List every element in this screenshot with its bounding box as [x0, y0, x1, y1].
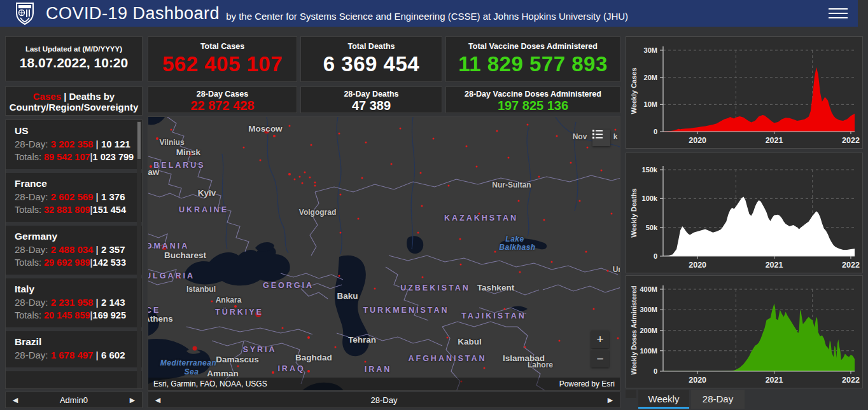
- svg-text:2021: 2021: [766, 136, 783, 145]
- admin-bar-label: Admin0: [25, 395, 123, 405]
- map-bar-prev-icon[interactable]: ◀: [148, 396, 167, 404]
- menu-icon[interactable]: [829, 5, 848, 22]
- page-title: COVID-19 Dashboard: [46, 4, 220, 24]
- country-28day-line: 28-Day: 3 202 358 | 10 121: [15, 138, 134, 151]
- list-item[interactable]: France28-Day: 2 602 569 | 1 376Totals: 3…: [6, 173, 142, 226]
- country-totals-line: Totals: 32 881 809|151 454: [15, 203, 134, 216]
- svg-text:20M: 20M: [644, 74, 657, 81]
- svg-text:2022: 2022: [842, 136, 860, 145]
- country-total-deaths: 151 454: [93, 205, 126, 215]
- country-list-header: Cases | Deaths by Country/Region/Soverei…: [5, 86, 143, 116]
- scrollbar-thumb[interactable]: [137, 122, 141, 159]
- list-scrollbar[interactable]: [137, 121, 141, 389]
- list-item[interactable]: Germany28-Day: 2 488 034 | 2 357Totals: …: [6, 226, 142, 278]
- country-28day-cases: 2 488 034: [51, 244, 94, 255]
- svg-text:Weekly Deaths: Weekly Deaths: [630, 188, 638, 237]
- legend-icon[interactable]: [592, 130, 610, 146]
- admin-next-icon[interactable]: ▶: [123, 396, 142, 404]
- country-28day-line: 28-Day: 2 602 569 | 1 376: [15, 191, 134, 203]
- country-totals-line: Totals: 29 692 989|142 533: [15, 256, 134, 269]
- 28day-deaths-value: 47 389: [301, 99, 442, 113]
- zoom-in-button[interactable]: +: [591, 331, 609, 348]
- country-name: Italy: [15, 284, 134, 295]
- total-cases-box: Total Cases 562 405 107: [148, 36, 297, 82]
- svg-text:2020: 2020: [689, 261, 706, 270]
- map-borders: [148, 117, 620, 391]
- total-deaths-label: Total Deaths: [301, 42, 442, 51]
- country-total-cases: 32 881 809: [44, 205, 90, 215]
- svg-text:Weekly Cases: Weekly Cases: [630, 67, 638, 114]
- 28day-deaths-box: 28-Day Deaths 47 389: [300, 86, 442, 113]
- map-bar-next-icon[interactable]: ▶: [601, 396, 620, 404]
- country-total-deaths: 1 023 799: [93, 152, 134, 162]
- tab-28day[interactable]: 28-Day: [691, 390, 745, 409]
- weekly-cases-chart: 010M20M30M202020212022Weekly Cases: [626, 36, 863, 149]
- weekly-doses-chart: 0100M200M300M400M202020212022Weekly Dose…: [626, 275, 863, 388]
- svg-text:Weekly Doses Administered: Weekly Doses Administered: [630, 285, 638, 374]
- 28day-cases-value: 22 872 428: [148, 99, 297, 113]
- cases-toggle[interactable]: Cases: [33, 91, 61, 102]
- map-canvas: [148, 117, 620, 391]
- country-28day-line: 28-Day: 2 488 034 | 2 357: [15, 243, 134, 256]
- country-total-cases: 20 145 859: [44, 310, 90, 320]
- country-28day-line: 28-Day: 1 678 497 | 6 602: [15, 349, 134, 362]
- svg-text:2022: 2022: [842, 261, 860, 270]
- country-28day-deaths: 10 121: [101, 139, 130, 149]
- country-28day-line: 28-Day: 2 231 958 | 2 143: [15, 296, 134, 309]
- admin-prev-icon[interactable]: ◀: [6, 396, 25, 404]
- svg-text:2022: 2022: [842, 376, 860, 385]
- country-total-cases: 89 542 107: [44, 152, 90, 162]
- powered-by-esri[interactable]: Powered by Esri: [559, 379, 615, 388]
- tab-weekly[interactable]: Weekly: [638, 390, 689, 409]
- list-item[interactable]: Italy28-Day: 2 231 958 | 2 143Totals: 20…: [6, 278, 142, 331]
- country-name: France: [15, 178, 134, 189]
- zoom-out-button[interactable]: −: [591, 350, 609, 367]
- country-name: Germany: [15, 231, 134, 242]
- total-cases-value: 562 405 107: [148, 52, 297, 76]
- page-subtitle: by the Center for Systems Science and En…: [226, 11, 628, 22]
- country-28day-cases: 2 602 569: [51, 191, 94, 202]
- svg-text:0: 0: [654, 367, 657, 375]
- map-time-bar: ◀ 28-Day ▶: [148, 392, 620, 408]
- country-28day-deaths: 2 357: [101, 244, 125, 255]
- country-total-deaths: 169 925: [93, 310, 126, 320]
- country-list-panel: US28-Day: 3 202 358 | 10 121Totals: 89 5…: [5, 120, 143, 389]
- list-item[interactable]: US28-Day: 3 202 358 | 10 121Totals: 89 5…: [6, 120, 142, 173]
- 28day-deaths-label: 28-Day Deaths: [301, 90, 442, 99]
- country-name: US: [15, 125, 134, 137]
- deaths-toggle[interactable]: | Deaths by: [61, 91, 115, 102]
- 28day-cases-box: 28-Day Cases 22 872 428: [148, 86, 297, 113]
- svg-text:0: 0: [654, 128, 657, 135]
- total-vaccines-value: 11 829 577 893: [446, 52, 620, 76]
- total-deaths-box: Total Deaths 6 369 454: [300, 36, 442, 82]
- total-cases-label: Total Cases: [148, 42, 297, 51]
- map-attribution: Esri, Garmin, FAO, NOAA, USGS Powered by…: [148, 378, 620, 390]
- list-item[interactable]: Brazil28-Day: 1 678 497 | 6 602: [6, 331, 142, 371]
- svg-text:2020: 2020: [689, 376, 706, 385]
- svg-text:2021: 2021: [766, 376, 783, 385]
- map-water: [148, 117, 547, 391]
- svg-text:30M: 30M: [644, 46, 657, 54]
- country-name: Brazil: [15, 336, 134, 348]
- svg-text:150k: 150k: [642, 166, 658, 174]
- last-updated-label: Last Updated at (M/D/YYYY): [6, 45, 142, 53]
- country-total-deaths: 142 533: [93, 257, 126, 268]
- country-list: US28-Day: 3 202 358 | 10 121Totals: 89 5…: [6, 120, 142, 371]
- 28day-vaccines-label: 28-Day Vaccine Doses Administered: [446, 90, 620, 99]
- svg-text:200M: 200M: [640, 327, 657, 334]
- svg-text:300M: 300M: [640, 306, 657, 313]
- country-28day-cases: 1 678 497: [51, 350, 94, 360]
- total-vaccines-box: Total Vaccine Doses Administered 11 829 …: [445, 36, 620, 82]
- chart-tabs: Weekly 28-Day: [626, 390, 863, 410]
- covid-dashboard: COVID-19 Dashboard by the Center for Sys…: [0, 0, 868, 410]
- last-updated-value: 18.07.2022, 10:20: [6, 55, 142, 71]
- 28day-cases-label: 28-Day Cases: [148, 90, 297, 99]
- weekly-deaths-chart: 050k100k150k202020212022Weekly Deaths: [626, 153, 863, 273]
- svg-text:50k: 50k: [646, 224, 658, 231]
- country-28day-cases: 2 231 958: [51, 297, 94, 308]
- world-map[interactable]: VilniusMinskBELARUSWarsawKyivUKRAINEMosc…: [148, 116, 620, 391]
- jhu-logo-icon: [15, 2, 34, 25]
- country-total-cases: 29 692 989: [44, 257, 90, 268]
- total-vaccines-label: Total Vaccine Doses Administered: [446, 42, 620, 51]
- 28day-vaccines-value: 197 825 136: [446, 99, 620, 113]
